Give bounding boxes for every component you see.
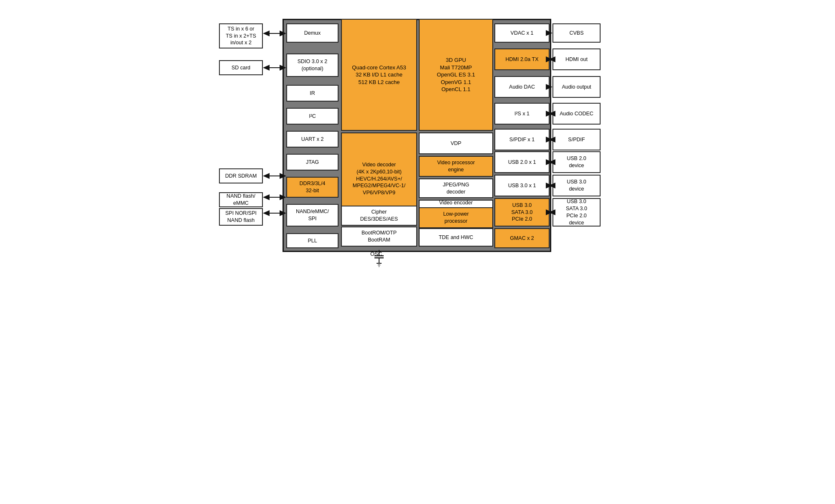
tde-hwc-block: TDE and HWC <box>419 228 493 247</box>
ext-nand-flash: NAND flash/eMMC <box>219 192 263 207</box>
int-vdac: VDAC x 1 <box>494 23 550 43</box>
int-audio-dac: Audio DAC <box>494 76 550 98</box>
video-proc-engine-block: Video processorengine <box>419 156 493 177</box>
int-hdmi-tx: HDMI 2.0a TX <box>494 48 550 70</box>
int-ir: IR <box>286 85 339 102</box>
int-i2c: I²C <box>286 108 339 125</box>
cpu-block: Quad-core Cortex A5332 KB I/D L1 cache51… <box>341 19 417 131</box>
ext-ddr-sdram: DDR SDRAM <box>219 168 263 183</box>
int-nand-emmc-spi: NAND/eMMC/SPI <box>286 204 339 227</box>
ext-audio-output: Audio output <box>552 76 601 98</box>
ext-usb3-sata-pcie-device: USB 3.0SATA 3.0PCIe 2.0device <box>552 198 601 227</box>
ext-usb2-device: USB 2.0device <box>552 151 601 173</box>
osc-text-label: OSC <box>370 251 382 257</box>
low-power-block: Low-powerprocessor <box>419 207 493 228</box>
ext-usb3-device: USB 3.0device <box>552 175 601 196</box>
ext-audio-codec: Audio CODEC <box>552 103 601 125</box>
ext-cvbs: CVBS <box>552 23 601 43</box>
vdp-block: VDP <box>419 132 493 154</box>
int-usb2: USB 2.0 x 1 <box>494 151 550 173</box>
bootrom-block: BootROM/OTPBootRAM <box>341 227 417 247</box>
int-jtag: JTAG <box>286 154 339 171</box>
int-uart: UART x 2 <box>286 131 339 148</box>
ext-spdif-out: S/PDIF <box>552 129 601 150</box>
cipher-block: CipherDES/3DES/AES <box>341 206 417 226</box>
int-sdio: SDIO 3.0 x 2(optional) <box>286 53 339 77</box>
int-pll: PLL <box>286 233 339 248</box>
int-i2s: I²S x 1 <box>494 103 550 125</box>
ext-ts-in: TS in x 6 orTS in x 2+TSin/out x 2 <box>219 23 263 48</box>
int-demux: Demux <box>286 23 339 43</box>
int-spdif: S/PDIF x 1 <box>494 129 550 150</box>
gpu-block: 3D GPUMali T720MPOpenGL ES 3.1OpenVG 1.1… <box>419 19 493 131</box>
ext-sd-card: SD card <box>219 60 263 75</box>
int-usb3-sata-pcie: USB 3.0SATA 3.0PCIe 2.0 <box>494 198 550 227</box>
ext-spi-nor: SPI NOR/SPINAND flash <box>219 208 263 226</box>
int-ddr: DDR3/3L/432-bit <box>286 177 339 198</box>
clean-diagram: TS in x 6 orTS in x 2+TSin/out x 2 SD ca… <box>219 17 616 272</box>
jpeg-png-block: JPEG/PNGdecoder <box>419 178 493 198</box>
int-usb3: USB 3.0 x 1 <box>494 175 550 196</box>
int-gmac: GMAC x 2 <box>494 228 550 248</box>
ext-hdmi-out: HDMI out <box>552 48 601 70</box>
